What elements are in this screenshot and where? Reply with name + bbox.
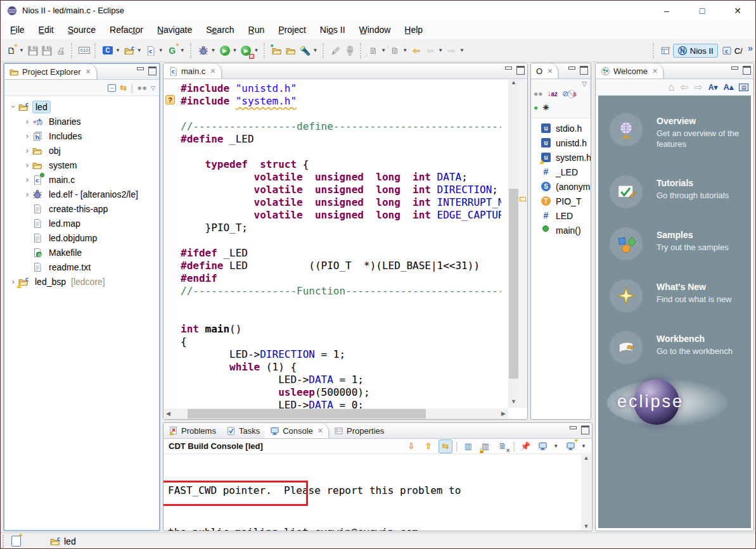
open-perspective-button[interactable] <box>659 44 673 58</box>
dropdown-icon[interactable]: ▼ <box>158 47 163 53</box>
mark-occurrences-button[interactable]: 🖉 <box>329 44 343 58</box>
perspective-more-chevron[interactable]: » <box>748 42 753 53</box>
minimize-view-icon[interactable] <box>568 66 576 73</box>
dropdown-icon[interactable]: ▼ <box>459 47 464 53</box>
close-icon[interactable]: ✕ <box>317 427 323 435</box>
dropdown-icon[interactable]: ▼ <box>137 47 142 53</box>
tree-item-readme[interactable]: readme.txt <box>4 260 159 274</box>
focus-icon[interactable]: ●● <box>534 89 543 98</box>
scroll-up-icon[interactable]: ▲ <box>581 455 591 461</box>
clear-console-icon[interactable]: 🗎✕ <box>496 439 509 453</box>
scroll-lock-toggle[interactable]: ⇆ <box>439 439 452 453</box>
tree-item-ledobjdump[interactable]: led.objdump <box>4 230 159 245</box>
back-button[interactable]: ⇦ <box>423 44 437 58</box>
menu-help[interactable]: H̲elp <box>397 25 430 35</box>
expander-icon[interactable] <box>22 117 32 126</box>
open-element-button[interactable]: ● <box>270 44 284 58</box>
scroll-up-icon[interactable]: ▲ <box>508 79 519 89</box>
dropdown-icon[interactable]: ▼ <box>233 47 238 53</box>
expander-icon[interactable] <box>8 102 18 111</box>
close-icon[interactable]: ✕ <box>85 68 91 76</box>
tab-project-explorer[interactable]: Project Explorer ✕ <box>4 64 97 79</box>
font-smaller-icon[interactable]: A▾ <box>708 83 718 92</box>
collapse-all-icon[interactable]: − <box>108 84 116 92</box>
save-all-button[interactable]: 💾 <box>40 44 54 58</box>
maximize-view-icon[interactable] <box>516 66 525 73</box>
back-icon[interactable]: ⇦ <box>680 81 688 93</box>
tree-item-makefile[interactable]: Makefile <box>4 245 159 260</box>
display-console-button[interactable] <box>535 439 549 453</box>
editor-body[interactable]: ? #include "unistd.h"#include "system.h"… <box>163 79 527 419</box>
menu-navigate[interactable]: N̲avigate <box>150 25 199 35</box>
tree-item-obj[interactable]: obj <box>4 143 159 158</box>
tab-console[interactable]: Console ✕ <box>265 423 329 438</box>
outline-item-unistd[interactable]: u unistd.h <box>531 136 591 150</box>
scroll-down-icon[interactable]: ▼ <box>508 398 519 408</box>
open-resource-button[interactable] <box>284 44 298 58</box>
menu-search[interactable]: Se̲arch <box>199 25 241 35</box>
close-icon[interactable]: ✕ <box>652 67 658 75</box>
hide-macros-icon[interactable]: ✳ <box>542 103 549 112</box>
scroll-left-icon[interactable]: ◀ <box>163 408 173 419</box>
vertical-scroll-thumb[interactable] <box>509 189 518 379</box>
next-annotation-button[interactable]: 🗎↓ <box>366 44 380 58</box>
expander-icon[interactable] <box>22 189 32 199</box>
tab-outline[interactable]: O ✕ <box>531 63 558 79</box>
code-area[interactable]: #include "unistd.h"#include "system.h" /… <box>181 82 501 408</box>
maximize-button[interactable]: □ <box>684 1 720 20</box>
dropdown-icon[interactable]: ▼ <box>115 47 120 53</box>
view-menu-icon[interactable]: ▽ <box>151 85 155 91</box>
console-up-arrow-icon[interactable]: ⇧ <box>421 439 435 453</box>
dropdown-icon[interactable]: ▼ <box>180 47 185 53</box>
dropdown-icon[interactable]: ▼ <box>381 47 386 53</box>
minimize-view-icon[interactable] <box>136 66 144 73</box>
menu-run[interactable]: R̲un <box>241 25 272 35</box>
tree-item-binaries[interactable]: Binaries <box>4 114 159 129</box>
word-wrap-icon[interactable]: ▥ <box>461 439 475 453</box>
maximize-view-icon[interactable] <box>581 426 589 432</box>
tree-item-led-bsp[interactable]: led_bsp [ledcore] <box>4 274 159 289</box>
menu-niosii[interactable]: Nio̲s II <box>313 25 352 35</box>
editor-horizontal-scrollbar[interactable]: ◀ ▶ <box>163 408 508 419</box>
tree-item-led[interactable]: led <box>4 99 159 114</box>
print-button[interactable]: 🖨 <box>54 44 68 58</box>
perspective-niosii[interactable]: Nios II <box>673 44 718 58</box>
tree-item-ledmap[interactable]: led.map <box>4 216 159 230</box>
menu-file[interactable]: F̲ile <box>3 25 32 35</box>
filters-icon[interactable]: ●● <box>137 83 147 92</box>
minimize-button[interactable]: – <box>649 1 684 20</box>
tab-tasks[interactable]: Tasks <box>221 423 265 438</box>
link-with-editor-icon[interactable]: ⇆ <box>120 83 127 92</box>
close-icon[interactable]: ✕ <box>210 67 215 75</box>
warning-marker-icon[interactable] <box>520 197 526 201</box>
new-c-folder-button[interactable] <box>122 44 136 58</box>
tab-properties[interactable]: Properties <box>329 423 389 438</box>
externalize-button[interactable]: 🏺 <box>343 44 357 58</box>
tab-problems[interactable]: Problems <box>163 423 221 438</box>
hide-static-icon[interactable]: ⃠s <box>573 89 577 98</box>
forward-button[interactable]: ⇨ <box>445 44 459 58</box>
minimize-view-icon[interactable] <box>504 66 513 73</box>
open-console-button[interactable]: ✦ <box>563 439 577 453</box>
fast-view-icon[interactable] <box>11 536 21 546</box>
font-larger-icon[interactable]: A▴ <box>724 82 734 92</box>
sort-icon[interactable]: ↓az <box>548 89 558 98</box>
expander-icon[interactable] <box>22 175 32 184</box>
external-tools-button[interactable]: ▶▦ <box>239 44 253 58</box>
tree-item-includes[interactable]: Includes <box>4 129 159 143</box>
maximize-view-icon[interactable] <box>743 66 751 73</box>
forward-icon[interactable]: ⇨ <box>694 81 702 93</box>
tab-welcome[interactable]: Welcome ✕ <box>596 63 663 79</box>
expander-icon[interactable] <box>22 146 32 155</box>
dropdown-icon[interactable]: ▼ <box>211 47 216 53</box>
menu-edit[interactable]: E̲dit <box>32 25 61 35</box>
tree-item-create-this-app[interactable]: create-this-app <box>4 201 159 216</box>
new-c-project-button[interactable]: C <box>101 44 115 58</box>
perspective-cpp[interactable]: C/ <box>718 44 746 57</box>
help-marker-icon[interactable]: ? <box>165 95 175 104</box>
save-button[interactable]: 💾 <box>26 44 40 58</box>
scroll-right-icon[interactable]: ▶ <box>499 408 508 419</box>
customize-page-icon[interactable]: ▤ <box>739 84 748 91</box>
dropdown-icon[interactable]: ▼ <box>581 443 586 449</box>
dropdown-icon[interactable]: ▼ <box>253 47 259 53</box>
